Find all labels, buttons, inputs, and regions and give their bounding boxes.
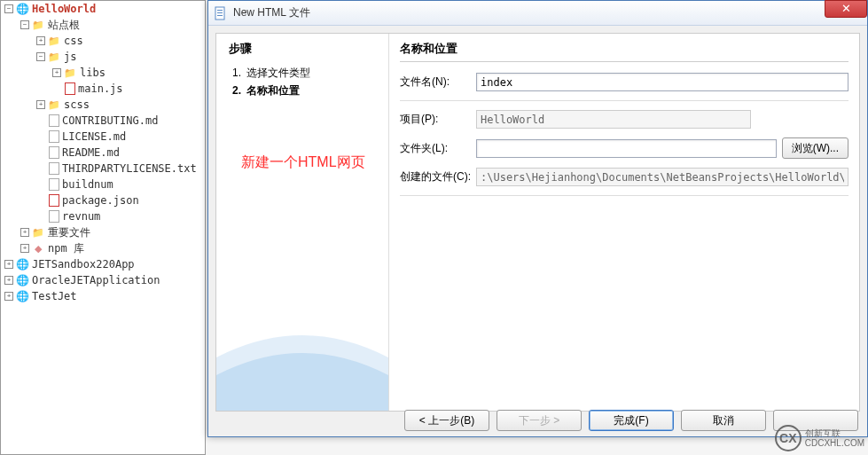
folder-icon bbox=[63, 67, 77, 79]
globe-icon bbox=[15, 274, 29, 286]
tree-node-npm[interactable]: + npm 库 bbox=[1, 240, 205, 256]
tree-node-important[interactable]: + 重要文件 bbox=[1, 224, 205, 240]
created-row: 创建的文件(C): bbox=[400, 168, 848, 186]
back-button[interactable]: < 上一步(B) bbox=[404, 410, 489, 431]
file-icon bbox=[214, 6, 228, 20]
svg-rect-1 bbox=[217, 10, 223, 11]
tree-node-thirdparty[interactable]: THIRDPARTYLICENSE.txt bbox=[1, 161, 205, 177]
tree-toggle-icon[interactable]: + bbox=[4, 292, 13, 301]
created-file-input bbox=[476, 168, 848, 186]
tree-label: css bbox=[64, 35, 83, 47]
tree-node-libs[interactable]: + libs bbox=[1, 65, 205, 81]
folder-icon bbox=[31, 226, 45, 239]
tree-label: main.js bbox=[78, 82, 123, 95]
tree-toggle-icon[interactable]: − bbox=[36, 52, 45, 61]
wave-decoration bbox=[216, 304, 388, 411]
svg-rect-3 bbox=[217, 15, 223, 16]
tree-node-mainjs[interactable]: main.js bbox=[1, 81, 205, 97]
folder-icon bbox=[47, 51, 61, 63]
tree-toggle-icon[interactable]: + bbox=[4, 276, 13, 285]
project-label: 项目(P): bbox=[400, 112, 476, 127]
folder-icon bbox=[31, 19, 45, 31]
wizard-step-2: 2.名称和位置 bbox=[232, 83, 376, 98]
globe-icon bbox=[15, 258, 29, 271]
new-html-file-dialog: New HTML 文件 ✕ 步骤 1.选择文件类型 2.名称和位置 新建一个HT… bbox=[207, 0, 868, 437]
cancel-button[interactable]: 取消 bbox=[681, 410, 766, 431]
tree-label: buildnum bbox=[62, 178, 113, 191]
browse-button[interactable]: 浏览(W)... bbox=[782, 137, 848, 159]
project-row: 项目(P): bbox=[400, 110, 848, 129]
close-button[interactable]: ✕ bbox=[825, 0, 867, 18]
file-icon bbox=[49, 130, 59, 143]
tree-label: scss bbox=[64, 98, 90, 111]
tree-node-contributing[interactable]: CONTRIBUTING.md bbox=[1, 113, 205, 129]
file-icon bbox=[49, 146, 59, 159]
next-button: 下一步 > bbox=[497, 410, 582, 431]
dialog-title: New HTML 文件 bbox=[233, 5, 862, 20]
folder-row: 文件夹(L): 浏览(W)... bbox=[400, 137, 848, 159]
tree-node-scss[interactable]: + scss bbox=[1, 97, 205, 113]
separator bbox=[400, 100, 848, 101]
folder-input[interactable] bbox=[476, 139, 777, 158]
js-file-icon bbox=[65, 82, 75, 95]
tree-toggle-icon[interactable]: + bbox=[52, 68, 61, 77]
tree-toggle-icon[interactable]: + bbox=[36, 36, 45, 45]
tree-toggle-icon[interactable]: + bbox=[20, 228, 29, 237]
svg-rect-2 bbox=[217, 12, 223, 13]
watermark: CX 创新互联 CDCXHL.COM bbox=[775, 425, 864, 451]
tree-label: 重要文件 bbox=[48, 225, 90, 240]
tree-label: 站点根 bbox=[48, 18, 80, 33]
watermark-text: 创新互联 CDCXHL.COM bbox=[805, 428, 864, 448]
tree-label: package.json bbox=[62, 194, 139, 207]
tree-node-css[interactable]: + css bbox=[1, 33, 205, 49]
file-icon bbox=[49, 114, 59, 127]
tree-label: js bbox=[64, 51, 76, 63]
content-heading: 名称和位置 bbox=[400, 41, 848, 62]
annotation-text: 新建一个HTML网页 bbox=[241, 153, 365, 172]
tree-label: OracleJETApplication bbox=[32, 274, 160, 286]
separator bbox=[400, 195, 848, 196]
tree-node-siteroot[interactable]: − 站点根 bbox=[1, 17, 205, 33]
filename-input[interactable] bbox=[476, 73, 848, 91]
library-icon bbox=[31, 242, 45, 255]
tree-node-root[interactable]: − HelloWorld bbox=[1, 1, 205, 17]
tree-node-oraclejet[interactable]: + OracleJETApplication bbox=[1, 272, 205, 288]
tree-label: npm 库 bbox=[48, 241, 84, 256]
file-icon bbox=[49, 178, 59, 191]
file-icon bbox=[49, 162, 59, 175]
finish-button[interactable]: 完成(F) bbox=[589, 410, 674, 431]
wizard-steps-panel: 步骤 1.选择文件类型 2.名称和位置 新建一个HTML网页 bbox=[216, 34, 389, 411]
file-icon bbox=[49, 210, 59, 223]
tree-label: CONTRIBUTING.md bbox=[62, 114, 158, 127]
folder-icon bbox=[47, 35, 61, 47]
json-file-icon bbox=[49, 194, 59, 207]
dialog-titlebar[interactable]: New HTML 文件 ✕ bbox=[208, 1, 867, 26]
tree-node-readme[interactable]: README.md bbox=[1, 145, 205, 161]
project-input bbox=[476, 110, 751, 129]
tree-label: libs bbox=[80, 67, 106, 79]
tree-toggle-icon[interactable]: + bbox=[36, 100, 45, 109]
tree-label: THIRDPARTYLICENSE.txt bbox=[62, 162, 197, 175]
tree-label: TestJet bbox=[32, 290, 77, 302]
globe-icon bbox=[15, 290, 29, 302]
tree-node-js[interactable]: − js bbox=[1, 49, 205, 65]
tree-toggle-icon[interactable]: − bbox=[4, 4, 13, 13]
tree-node-buildnum[interactable]: buildnum bbox=[1, 177, 205, 192]
tree-label: LICENSE.md bbox=[62, 130, 126, 143]
tree-toggle-icon[interactable]: − bbox=[20, 20, 29, 29]
tree-label: README.md bbox=[62, 146, 120, 159]
project-tree-panel: − HelloWorld − 站点根 + css − js + libs mai… bbox=[0, 0, 206, 455]
globe-icon bbox=[15, 3, 29, 15]
tree-node-package[interactable]: package.json bbox=[1, 192, 205, 208]
folder-label: 文件夹(L): bbox=[400, 141, 476, 156]
tree-node-license[interactable]: LICENSE.md bbox=[1, 129, 205, 145]
tree-node-revnum[interactable]: revnum bbox=[1, 208, 205, 224]
dialog-body: 步骤 1.选择文件类型 2.名称和位置 新建一个HTML网页 名称和位置 文件名… bbox=[215, 33, 860, 412]
tree-node-jetsandbox[interactable]: + JETSandbox220App bbox=[1, 256, 205, 272]
tree-node-testjet[interactable]: + TestJet bbox=[1, 288, 205, 304]
filename-row: 文件名(N): bbox=[400, 73, 848, 91]
tree-toggle-icon[interactable]: + bbox=[4, 260, 13, 269]
created-label: 创建的文件(C): bbox=[400, 169, 476, 184]
tree-label: JETSandbox220App bbox=[32, 258, 135, 271]
tree-toggle-icon[interactable]: + bbox=[20, 244, 29, 253]
